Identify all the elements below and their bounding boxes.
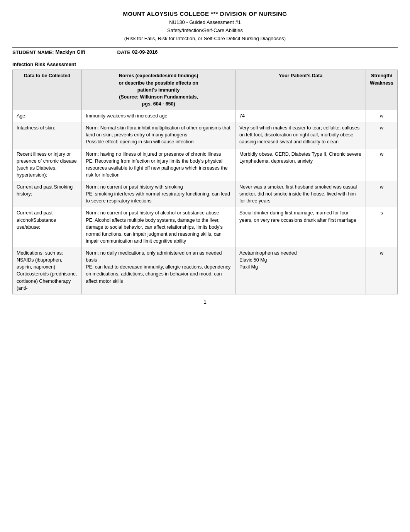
header-line2: NU130 - Guided Assessment #1 [12,19,398,27]
cell-5-0: Medications: such as: NSAIDs (ibuprophen… [13,247,82,294]
header-line3: Safety/Infection/Self-Care Abilities [12,27,398,35]
page-number: 1 [12,299,398,305]
header-line4: (Risk for Falls, Risk for Infection, or … [12,35,398,43]
cell-2-3: w [366,148,398,181]
table-row: Recent illness or injury or presence of … [13,148,398,181]
section-title: Infection Risk Assessment [12,61,398,67]
cell-3-3: w [366,181,398,207]
cell-3-0: Current and past Smoking history: [13,181,82,207]
cell-0-1: Immunity weakens with increased age [82,110,235,122]
cell-2-1: Norm: having no illness of injured or pr… [82,148,235,181]
date-label: DATE [117,49,130,55]
cell-5-2: Acetaminophen as needed Elavic 50 Mg Pax… [235,247,366,294]
cell-1-2: Very soft which makes it easier to tear;… [235,122,366,148]
cell-3-2: Never was a smoker, first husband smoked… [235,181,366,207]
student-name-label: STUDENT NAME: [12,49,54,55]
cell-2-2: Morbidly obese, GERD, Diabetes Type II, … [235,148,366,181]
page-header: MOUNT ALOYSIUS COLLEGE *** DIVISION OF N… [12,9,398,42]
cell-4-2: Social drinker during first marriage, ma… [235,207,366,247]
col-header-1: Data to be Collected [13,70,82,110]
infection-risk-table: Data to be Collected Norms (expected/des… [12,70,398,294]
student-info: STUDENT NAME: Macklyn Gift DATE 02-09-20… [12,47,398,55]
table-row: Age:Immunity weakens with increased age7… [13,110,398,122]
cell-5-3: w [366,247,398,294]
cell-4-1: Norm: no current or past history of alco… [82,207,235,247]
cell-5-1: Norm: no daily medications, only adminis… [82,247,235,294]
cell-3-1: Norm: no current or past history with sm… [82,181,235,207]
col-header-2: Norms (expected/desired findings)or desc… [82,70,235,110]
student-name-value: Macklyn Gift [56,49,102,55]
cell-4-0: Current and past alcohol/Substance use/a… [13,207,82,247]
table-row: Current and past alcohol/Substance use/a… [13,207,398,247]
cell-0-2: 74 [235,110,366,122]
table-row: Current and past Smoking history:Norm: n… [13,181,398,207]
col-header-4: Strength/Weakness [366,70,398,110]
col-header-3: Your Patient's Data [235,70,366,110]
cell-0-0: Age: [13,110,82,122]
date-value: 02-09-2016 [132,49,171,55]
cell-0-3: w [366,110,398,122]
cell-2-0: Recent illness or injury or presence of … [13,148,82,181]
table-row: Intactness of skin:Norm: Normal skin flo… [13,122,398,148]
header-line1: MOUNT ALOYSIUS COLLEGE *** DIVISION OF N… [12,9,398,19]
cell-4-3: s [366,207,398,247]
cell-1-0: Intactness of skin: [13,122,82,148]
cell-1-3: w [366,122,398,148]
table-row: Medications: such as: NSAIDs (ibuprophen… [13,247,398,294]
cell-1-1: Norm: Normal skin flora inhibit multipli… [82,122,235,148]
